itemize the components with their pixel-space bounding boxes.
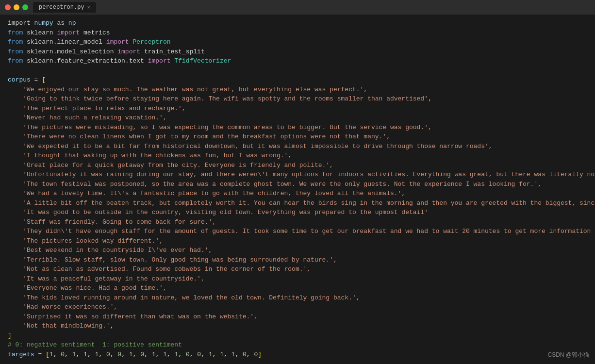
code-line: 'It was good to be outside in the countr… [0,208,595,217]
code-line [0,359,595,364]
code-line: 'Terrible. Slow staff, slow town. Only g… [0,255,595,265]
code-line: ] [0,331,595,341]
code-line: 'We expected it to be a bit far from his… [0,142,595,151]
code-line: 'Not that mindblowing.', [0,321,595,331]
code-line: 'It was a peaceful getaway in the countr… [0,274,595,284]
close-button[interactable] [5,4,11,10]
code-line: 'A little bit off the beaten track, but … [0,199,595,208]
tab-bar: perceptron.py ✕ [33,2,590,13]
minimize-button[interactable] [14,4,19,10]
code-line: 'Best weekend in the countryside I\'ve e… [0,246,595,255]
watermark: CSDN @郭小猫 [547,351,589,359]
code-line: from sklearn.feature_extraction.text imp… [0,56,595,66]
code-line: 'Not as clean as advertised. Found some … [0,265,595,274]
code-line: 'Surprised it was so different than what… [0,312,595,322]
traffic-lights [5,4,28,10]
code-line: 'The pictures looked way different.', [0,236,595,246]
code-line: 'Never had such a relaxing vacation.', [0,113,595,123]
code-line: 'The kids loved running around in nature… [0,293,595,303]
maximize-button[interactable] [22,4,28,10]
code-line: 'Going to think twice before staying her… [0,94,595,104]
code-line: corpus = [ [0,75,595,85]
code-line: from sklearn import metrics [0,28,595,38]
code-line [0,66,595,76]
code-line: # 0: negative sentiment 1: positive sent… [0,340,595,350]
code-line: import numpy as np [0,18,595,28]
file-tab[interactable]: perceptron.py ✕ [33,2,96,13]
code-line: 'We had a lovely time. It\'s a fantastic… [0,189,595,199]
code-line: 'The town festival was postponed, so the… [0,180,595,189]
code-line: 'Great place for a quick getaway from th… [0,161,595,170]
code-line: 'Staff was friendly. Going to come back … [0,217,595,227]
code-line: 'The perfect place to relax and recharge… [0,104,595,114]
code-line: 'Had worse experiences.', [0,302,595,312]
code-line: 'We enjoyed our stay so much. The weathe… [0,85,595,95]
code-editor[interactable]: import numpy as npfrom sklearn import me… [0,15,595,364]
tab-close-icon[interactable]: ✕ [87,4,90,10]
code-line: from sklearn.linear_model import Percept… [0,37,595,47]
code-line: 'The pictures were misleading, so I was … [0,123,595,132]
main-window: perceptron.py ✕ import numpy as npfrom s… [0,0,595,364]
titlebar: perceptron.py ✕ [0,0,595,15]
code-line: 'Everyone was nice. Had a good time.', [0,283,595,293]
code-line: targets = [1, 0, 1, 1, 1, 0, 0, 1, 0, 1,… [0,350,595,360]
code-line: 'Unfortunately it was raining during our… [0,170,595,180]
code-line: 'They didn\'t have enough staff for the … [0,227,595,236]
code-line: from sklearn.model_selection import trai… [0,47,595,57]
tab-label: perceptron.py [39,4,84,11]
code-line: 'There were no clean linens when I got t… [0,132,595,142]
code-line: 'I thought that waking up with the chick… [0,151,595,161]
